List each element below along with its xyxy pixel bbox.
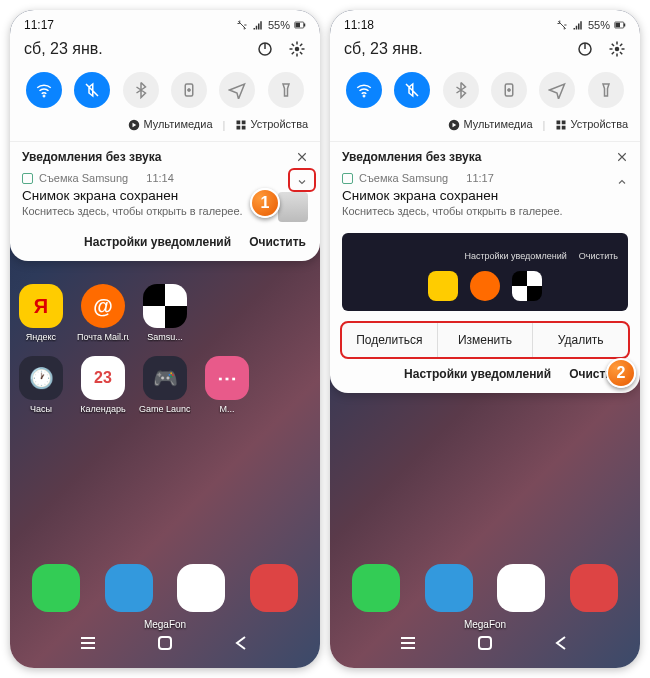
svg-rect-3 <box>304 24 306 27</box>
phone-left: ЯЯндекс @Почта Mail.ru Samsu... 🕐Часы 23… <box>10 10 320 668</box>
quick-settings <box>10 68 320 116</box>
callout-badge-1: 1 <box>250 188 280 218</box>
svg-rect-0 <box>159 637 171 649</box>
edit-button[interactable]: Изменить <box>438 323 534 357</box>
notification-panel: 11:18 55% сб, 23 янв. Мультимедиа <box>330 10 640 393</box>
preview-icon-yandex <box>428 271 458 301</box>
app-more[interactable]: ⋯M... <box>201 356 253 414</box>
svg-point-22 <box>508 89 511 92</box>
dock-browser[interactable] <box>177 564 225 612</box>
dock-phone[interactable] <box>352 564 400 612</box>
vibrate-icon <box>236 19 248 31</box>
qs-rotate[interactable] <box>171 72 207 108</box>
preview-icon-samsung <box>512 271 542 301</box>
qs-rotate[interactable] <box>491 72 527 108</box>
panel-date: сб, 23 янв. <box>24 40 103 58</box>
recent-icon[interactable] <box>79 634 97 652</box>
svg-rect-13 <box>242 126 246 130</box>
app-calendar[interactable]: 23Календарь <box>77 356 129 414</box>
svg-rect-11 <box>242 121 246 125</box>
screenshot-preview[interactable]: Настройки уведомлений Очистить <box>342 233 628 311</box>
qs-sound[interactable] <box>394 72 430 108</box>
svg-rect-2 <box>296 23 301 28</box>
app-badge-icon <box>22 173 33 184</box>
battery-icon <box>614 19 626 31</box>
back-icon[interactable] <box>553 634 571 652</box>
svg-rect-17 <box>624 24 626 27</box>
svg-rect-12 <box>237 126 241 130</box>
back-icon[interactable] <box>233 634 251 652</box>
app-mailru[interactable]: @Почта Mail.ru <box>77 284 129 342</box>
media-button[interactable]: Мультимедиа <box>448 118 532 131</box>
qs-wifi[interactable] <box>346 72 382 108</box>
dock-messages[interactable] <box>105 564 153 612</box>
power-icon[interactable] <box>256 40 274 58</box>
callout-badge-2: 2 <box>606 358 636 388</box>
dock-browser[interactable] <box>497 564 545 612</box>
notif-title: Снимок экрана сохранен <box>342 188 628 203</box>
dock-phone[interactable] <box>32 564 80 612</box>
notif-settings-button[interactable]: Настройки уведомлений <box>84 235 231 249</box>
svg-point-5 <box>295 47 300 52</box>
svg-rect-16 <box>616 23 621 28</box>
mini-settings: Настройки уведомлений <box>464 251 566 261</box>
media-button[interactable]: Мультимедиа <box>128 118 212 131</box>
panel-date: сб, 23 янв. <box>344 40 423 58</box>
dock-camera[interactable] <box>570 564 618 612</box>
svg-rect-25 <box>562 121 566 125</box>
power-icon[interactable] <box>576 40 594 58</box>
app-clock[interactable]: 🕐Часы <box>15 356 67 414</box>
clear-button[interactable]: Очистить <box>249 235 306 249</box>
qs-flashlight[interactable] <box>588 72 624 108</box>
recent-icon[interactable] <box>399 634 417 652</box>
close-icon[interactable] <box>296 151 308 163</box>
status-time: 11:17 <box>24 18 54 32</box>
svg-rect-24 <box>557 121 561 125</box>
gear-icon[interactable] <box>288 40 306 58</box>
signal-icon <box>252 19 264 31</box>
status-time: 11:18 <box>344 18 374 32</box>
vibrate-icon <box>556 19 568 31</box>
dock-messages[interactable] <box>425 564 473 612</box>
qs-bluetooth[interactable] <box>123 72 159 108</box>
svg-rect-10 <box>237 121 241 125</box>
app-samsung[interactable]: Samsu... <box>139 284 191 342</box>
qs-wifi[interactable] <box>26 72 62 108</box>
home-icon[interactable] <box>476 634 494 652</box>
silent-header: Уведомления без звука <box>342 150 481 164</box>
app-yandex[interactable]: ЯЯндекс <box>15 284 67 342</box>
status-icons: 55% <box>236 19 306 31</box>
notification-card[interactable]: Съемка Samsung 11:17 Снимок экрана сохра… <box>330 170 640 227</box>
app-game[interactable]: 🎮Game Launcher <box>139 356 191 414</box>
notif-thumbnail[interactable] <box>278 192 308 222</box>
notif-settings-button[interactable]: Настройки уведомлений <box>404 367 551 381</box>
qs-bluetooth[interactable] <box>443 72 479 108</box>
qs-airplane[interactable] <box>219 72 255 108</box>
app-badge-icon <box>342 173 353 184</box>
qs-airplane[interactable] <box>539 72 575 108</box>
share-button[interactable]: Поделиться <box>342 323 438 357</box>
expand-chevron[interactable] <box>296 174 308 192</box>
devices-button[interactable]: Устройства <box>555 118 628 131</box>
signal-icon <box>572 19 584 31</box>
qs-sound[interactable] <box>74 72 110 108</box>
notification-panel: 11:17 55% сб, 23 янв. Мультимедиа <box>10 10 320 261</box>
navbar <box>10 624 320 662</box>
svg-rect-26 <box>557 126 561 130</box>
gear-icon[interactable] <box>608 40 626 58</box>
devices-button[interactable]: Устройства <box>235 118 308 131</box>
status-icons: 55% <box>556 19 626 31</box>
phone-right: MegaFon 11:18 55% сб, 23 янв. <box>330 10 640 668</box>
svg-rect-27 <box>562 126 566 130</box>
notification-actions: Поделиться Изменить Удалить <box>340 321 630 359</box>
qs-flashlight[interactable] <box>268 72 304 108</box>
preview-icon-mailru <box>470 271 500 301</box>
notif-subtitle: Коснитесь здесь, чтобы открыть в галерее… <box>342 205 628 217</box>
close-icon[interactable] <box>616 151 628 163</box>
home-icon[interactable] <box>156 634 174 652</box>
svg-point-8 <box>188 89 191 92</box>
svg-rect-14 <box>479 637 491 649</box>
delete-button[interactable]: Удалить <box>533 323 628 357</box>
collapse-chevron[interactable] <box>616 174 628 192</box>
dock-camera[interactable] <box>250 564 298 612</box>
